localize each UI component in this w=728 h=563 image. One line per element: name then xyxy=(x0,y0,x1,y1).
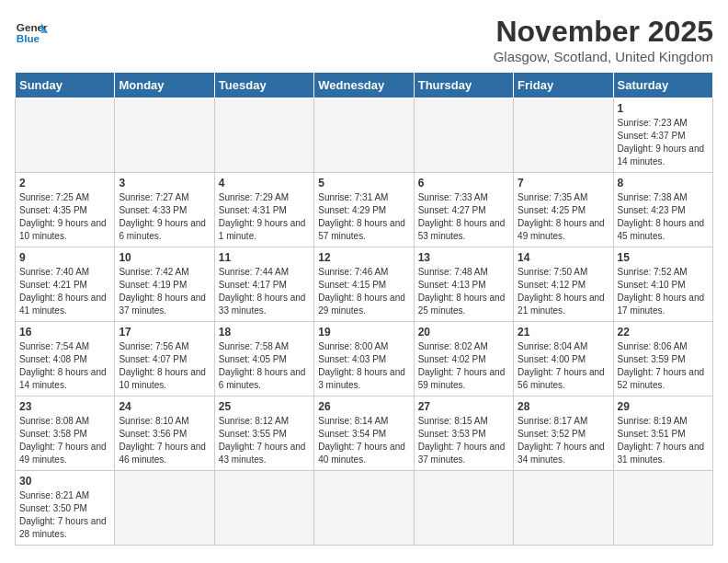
calendar-cell-w5-d0: 30Sunrise: 8:21 AM Sunset: 3:50 PM Dayli… xyxy=(16,471,115,546)
day-number: 11 xyxy=(219,251,310,264)
weekday-header-saturday: Saturday xyxy=(613,73,712,98)
header: General Blue November 2025 Glasgow, Scot… xyxy=(15,15,713,64)
day-info: Sunrise: 8:21 AM Sunset: 3:50 PM Dayligh… xyxy=(19,489,110,541)
calendar-cell-w2-d1: 10Sunrise: 7:42 AM Sunset: 4:19 PM Dayli… xyxy=(115,247,214,322)
calendar-cell-w3-d3: 19Sunrise: 8:00 AM Sunset: 4:03 PM Dayli… xyxy=(314,322,414,396)
day-number: 29 xyxy=(618,400,709,413)
calendar-cell-w1-d0: 2Sunrise: 7:25 AM Sunset: 4:35 PM Daylig… xyxy=(16,173,115,247)
logo-icon: General Blue xyxy=(15,15,48,48)
location-title: Glasgow, Scotland, United Kingdom xyxy=(494,49,713,64)
calendar-cell-w2-d2: 11Sunrise: 7:44 AM Sunset: 4:17 PM Dayli… xyxy=(214,247,313,322)
day-number: 24 xyxy=(119,400,210,413)
day-info: Sunrise: 7:48 AM Sunset: 4:13 PM Dayligh… xyxy=(418,266,509,317)
day-number: 26 xyxy=(318,400,409,413)
day-info: Sunrise: 7:58 AM Sunset: 4:05 PM Dayligh… xyxy=(219,340,310,392)
day-info: Sunrise: 8:02 AM Sunset: 4:02 PM Dayligh… xyxy=(418,340,509,392)
week-row-0: 1Sunrise: 7:23 AM Sunset: 4:37 PM Daylig… xyxy=(16,98,713,173)
svg-text:Blue: Blue xyxy=(17,32,40,44)
day-info: Sunrise: 7:56 AM Sunset: 4:07 PM Dayligh… xyxy=(119,340,210,392)
calendar-cell-w2-d0: 9Sunrise: 7:40 AM Sunset: 4:21 PM Daylig… xyxy=(16,247,115,322)
day-number: 25 xyxy=(219,400,310,413)
calendar-cell-w0-d5 xyxy=(514,98,613,173)
weekday-header-sunday: Sunday xyxy=(16,73,115,98)
calendar-cell-w0-d2 xyxy=(214,98,313,173)
calendar-cell-w4-d4: 27Sunrise: 8:15 AM Sunset: 3:53 PM Dayli… xyxy=(414,396,513,471)
day-number: 15 xyxy=(618,251,709,264)
day-info: Sunrise: 7:33 AM Sunset: 4:27 PM Dayligh… xyxy=(418,191,509,243)
calendar-cell-w1-d3: 5Sunrise: 7:31 AM Sunset: 4:29 PM Daylig… xyxy=(314,173,414,247)
day-number: 23 xyxy=(19,400,110,413)
weekday-header-row: SundayMondayTuesdayWednesdayThursdayFrid… xyxy=(16,73,713,98)
day-number: 21 xyxy=(518,326,609,339)
weekday-header-thursday: Thursday xyxy=(414,73,513,98)
day-info: Sunrise: 7:44 AM Sunset: 4:17 PM Dayligh… xyxy=(219,266,310,317)
calendar-cell-w3-d0: 16Sunrise: 7:54 AM Sunset: 4:08 PM Dayli… xyxy=(16,322,115,396)
day-number: 13 xyxy=(418,251,509,264)
calendar-cell-w5-d2 xyxy=(214,471,313,546)
calendar-cell-w5-d6 xyxy=(613,471,712,546)
day-number: 16 xyxy=(19,326,110,339)
day-number: 7 xyxy=(518,177,609,190)
calendar-cell-w3-d5: 21Sunrise: 8:04 AM Sunset: 4:00 PM Dayli… xyxy=(514,322,613,396)
day-number: 9 xyxy=(19,251,110,264)
calendar-cell-w0-d3 xyxy=(314,98,414,173)
calendar-cell-w2-d3: 12Sunrise: 7:46 AM Sunset: 4:15 PM Dayli… xyxy=(314,247,414,322)
day-info: Sunrise: 7:54 AM Sunset: 4:08 PM Dayligh… xyxy=(19,340,110,392)
day-info: Sunrise: 8:17 AM Sunset: 3:52 PM Dayligh… xyxy=(518,415,609,466)
calendar-cell-w0-d0 xyxy=(16,98,115,173)
day-number: 22 xyxy=(618,326,709,339)
day-info: Sunrise: 7:50 AM Sunset: 4:12 PM Dayligh… xyxy=(518,266,609,317)
day-info: Sunrise: 7:29 AM Sunset: 4:31 PM Dayligh… xyxy=(219,191,310,243)
day-number: 5 xyxy=(318,177,409,190)
calendar-cell-w4-d3: 26Sunrise: 8:14 AM Sunset: 3:54 PM Dayli… xyxy=(314,396,414,471)
calendar-cell-w1-d4: 6Sunrise: 7:33 AM Sunset: 4:27 PM Daylig… xyxy=(414,173,513,247)
day-number: 6 xyxy=(418,177,509,190)
day-number: 17 xyxy=(119,326,210,339)
calendar-cell-w3-d2: 18Sunrise: 7:58 AM Sunset: 4:05 PM Dayli… xyxy=(214,322,313,396)
calendar-cell-w2-d4: 13Sunrise: 7:48 AM Sunset: 4:13 PM Dayli… xyxy=(414,247,513,322)
day-number: 8 xyxy=(618,177,709,190)
day-number: 20 xyxy=(418,326,509,339)
calendar-cell-w4-d2: 25Sunrise: 8:12 AM Sunset: 3:55 PM Dayli… xyxy=(214,396,313,471)
calendar-cell-w5-d1 xyxy=(115,471,214,546)
day-info: Sunrise: 7:40 AM Sunset: 4:21 PM Dayligh… xyxy=(19,266,110,317)
day-info: Sunrise: 8:19 AM Sunset: 3:51 PM Dayligh… xyxy=(618,415,709,466)
calendar-cell-w4-d6: 29Sunrise: 8:19 AM Sunset: 3:51 PM Dayli… xyxy=(613,396,712,471)
week-row-4: 23Sunrise: 8:08 AM Sunset: 3:58 PM Dayli… xyxy=(16,396,713,471)
day-info: Sunrise: 8:12 AM Sunset: 3:55 PM Dayligh… xyxy=(219,415,310,466)
calendar-cell-w1-d6: 8Sunrise: 7:38 AM Sunset: 4:23 PM Daylig… xyxy=(613,173,712,247)
day-number: 18 xyxy=(219,326,310,339)
day-number: 3 xyxy=(119,177,210,190)
day-number: 4 xyxy=(219,177,310,190)
day-info: Sunrise: 7:52 AM Sunset: 4:10 PM Dayligh… xyxy=(618,266,709,317)
day-number: 10 xyxy=(119,251,210,264)
day-info: Sunrise: 7:46 AM Sunset: 4:15 PM Dayligh… xyxy=(318,266,409,317)
weekday-header-wednesday: Wednesday xyxy=(314,73,414,98)
calendar-cell-w1-d2: 4Sunrise: 7:29 AM Sunset: 4:31 PM Daylig… xyxy=(214,173,313,247)
month-title: November 2025 xyxy=(494,15,713,49)
weekday-header-tuesday: Tuesday xyxy=(214,73,313,98)
calendar-cell-w3-d4: 20Sunrise: 8:02 AM Sunset: 4:02 PM Dayli… xyxy=(414,322,513,396)
calendar-cell-w5-d4 xyxy=(414,471,513,546)
calendar-cell-w2-d5: 14Sunrise: 7:50 AM Sunset: 4:12 PM Dayli… xyxy=(514,247,613,322)
calendar-cell-w4-d0: 23Sunrise: 8:08 AM Sunset: 3:58 PM Dayli… xyxy=(16,396,115,471)
day-info: Sunrise: 7:27 AM Sunset: 4:33 PM Dayligh… xyxy=(119,191,210,243)
calendar-cell-w0-d1 xyxy=(115,98,214,173)
weekday-header-friday: Friday xyxy=(514,73,613,98)
calendar-cell-w2-d6: 15Sunrise: 7:52 AM Sunset: 4:10 PM Dayli… xyxy=(613,247,712,322)
week-row-3: 16Sunrise: 7:54 AM Sunset: 4:08 PM Dayli… xyxy=(16,322,713,396)
title-block: November 2025 Glasgow, Scotland, United … xyxy=(494,15,713,64)
calendar-cell-w0-d6: 1Sunrise: 7:23 AM Sunset: 4:37 PM Daylig… xyxy=(613,98,712,173)
day-info: Sunrise: 8:10 AM Sunset: 3:56 PM Dayligh… xyxy=(119,415,210,466)
calendar-cell-w5-d3 xyxy=(314,471,414,546)
day-info: Sunrise: 8:00 AM Sunset: 4:03 PM Dayligh… xyxy=(318,340,409,392)
calendar-cell-w4-d1: 24Sunrise: 8:10 AM Sunset: 3:56 PM Dayli… xyxy=(115,396,214,471)
day-number: 28 xyxy=(518,400,609,413)
calendar-cell-w5-d5 xyxy=(514,471,613,546)
day-number: 27 xyxy=(418,400,509,413)
day-info: Sunrise: 7:35 AM Sunset: 4:25 PM Dayligh… xyxy=(518,191,609,243)
day-info: Sunrise: 7:31 AM Sunset: 4:29 PM Dayligh… xyxy=(318,191,409,243)
day-info: Sunrise: 7:23 AM Sunset: 4:37 PM Dayligh… xyxy=(618,117,709,168)
calendar-cell-w3-d1: 17Sunrise: 7:56 AM Sunset: 4:07 PM Dayli… xyxy=(115,322,214,396)
day-info: Sunrise: 8:06 AM Sunset: 3:59 PM Dayligh… xyxy=(618,340,709,392)
